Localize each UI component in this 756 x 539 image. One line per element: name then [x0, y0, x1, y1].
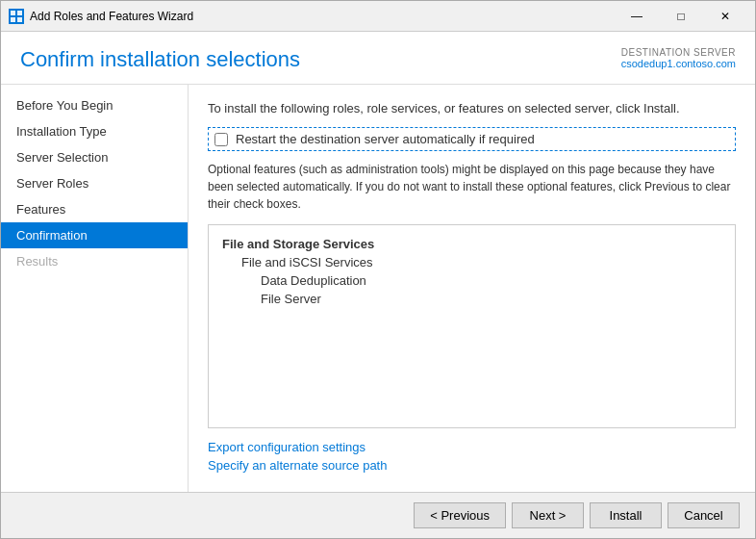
close-button[interactable]: ✕	[703, 1, 747, 32]
title-bar: Add Roles and Features Wizard — □ ✕	[1, 1, 755, 32]
destination-server-label: DESTINATION SERVER	[621, 47, 736, 58]
install-button[interactable]: Install	[590, 502, 662, 528]
svg-rect-1	[17, 11, 22, 15]
features-box: File and Storage ServicesFile and iSCSI …	[208, 224, 736, 428]
sidebar: Before You BeginInstallation TypeServer …	[1, 85, 189, 492]
cancel-button[interactable]: Cancel	[668, 502, 740, 528]
instruction-text: To install the following roles, role ser…	[208, 100, 736, 117]
restart-label: Restart the destination server automatic…	[236, 132, 535, 146]
feature-item: File and iSCSI Services	[222, 253, 721, 271]
destination-server-info: DESTINATION SERVER csodedup1.contoso.com	[621, 47, 736, 69]
alternate-source-link-row: Specify an alternate source path	[208, 458, 736, 473]
page-title: Confirm installation selections	[20, 47, 300, 72]
wizard-window: Add Roles and Features Wizard — □ ✕ Conf…	[0, 0, 756, 539]
sidebar-item-results: Results	[1, 248, 188, 274]
feature-item: File and Storage Services	[222, 235, 721, 253]
export-link-row: Export configuration settings	[208, 440, 736, 454]
export-config-link[interactable]: Export configuration settings	[208, 440, 365, 454]
sidebar-item-features[interactable]: Features	[1, 196, 188, 222]
sidebar-item-before-you-begin[interactable]: Before You Begin	[1, 92, 188, 118]
minimize-button[interactable]: —	[615, 1, 659, 32]
window-title: Add Roles and Features Wizard	[30, 10, 615, 23]
optional-text: Optional features (such as administratio…	[208, 161, 736, 213]
restart-row: Restart the destination server automatic…	[208, 127, 736, 151]
sidebar-item-confirmation[interactable]: Confirmation	[1, 222, 188, 248]
page-header: Confirm installation selections DESTINAT…	[1, 32, 755, 85]
sidebar-item-server-roles[interactable]: Server Roles	[1, 170, 188, 196]
destination-server-name: csodedup1.contoso.com	[621, 58, 736, 69]
previous-button[interactable]: < Previous	[414, 502, 506, 528]
sidebar-item-installation-type[interactable]: Installation Type	[1, 118, 188, 144]
restart-checkbox[interactable]	[214, 133, 228, 146]
alternate-source-link[interactable]: Specify an alternate source path	[208, 458, 387, 473]
svg-rect-2	[11, 17, 15, 22]
svg-rect-0	[11, 11, 15, 15]
feature-item: Data Deduplication	[222, 271, 721, 290]
window-icon	[9, 9, 24, 24]
footer: < Previous Next > Install Cancel	[1, 492, 755, 538]
svg-rect-3	[17, 17, 22, 22]
next-button[interactable]: Next >	[512, 502, 584, 528]
window-controls: — □ ✕	[615, 1, 747, 32]
main-layout: Before You BeginInstallation TypeServer …	[1, 85, 755, 492]
maximize-button[interactable]: □	[659, 1, 703, 32]
feature-item: File Server	[222, 290, 721, 308]
right-content: To install the following roles, role ser…	[189, 85, 755, 492]
top-section: To install the following roles, role ser…	[208, 100, 736, 224]
sidebar-item-server-selection[interactable]: Server Selection	[1, 144, 188, 170]
